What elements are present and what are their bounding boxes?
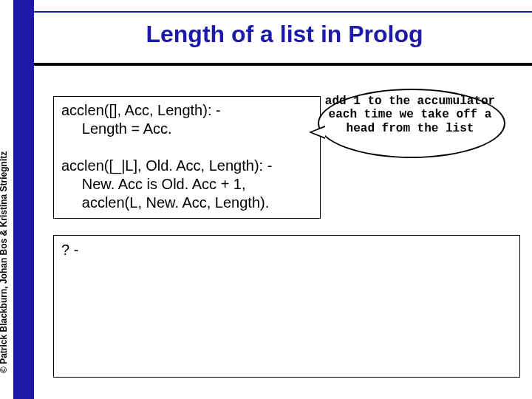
credit-text: © Patrick Blackburn, Johan Bos & Kristin…: [0, 151, 9, 373]
slide: © Patrick Blackburn, Johan Bos & Kristin…: [0, 0, 532, 399]
callout-text: add 1 to the accumulator each time we ta…: [321, 95, 499, 135]
query-box: ? -: [53, 235, 520, 378]
code-box: acclen([], Acc, Length): - Length = Acc.…: [53, 96, 321, 219]
left-accent-stripe: [13, 0, 34, 399]
slide-title: Length of a list in Prolog: [44, 21, 525, 48]
